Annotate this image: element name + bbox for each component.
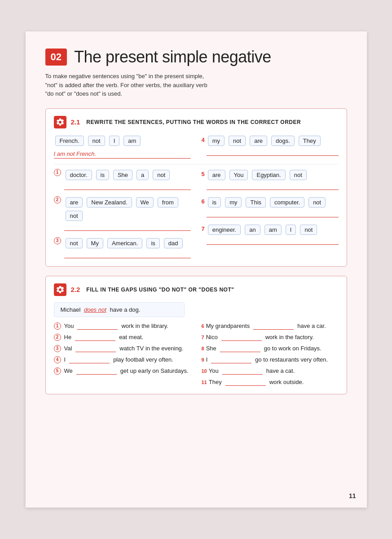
example-filled: does not bbox=[84, 306, 106, 313]
item-3-num: 3 bbox=[54, 237, 61, 244]
item-5-tiles: are You Egyptian. not bbox=[207, 169, 339, 181]
intro-text: To make negative sentences using "be" in… bbox=[45, 72, 216, 98]
tile: my bbox=[208, 136, 225, 146]
s22-blank-6[interactable] bbox=[253, 323, 294, 330]
tile: not bbox=[229, 136, 246, 146]
tile: dad bbox=[164, 238, 183, 248]
s22-item-9: 9 I go to restaurants very often. bbox=[202, 356, 339, 363]
tile: My bbox=[87, 238, 103, 248]
example-suffix: have a dog. bbox=[110, 306, 140, 313]
tile: She bbox=[113, 170, 132, 180]
s22-blank-4[interactable] bbox=[69, 356, 110, 363]
s21-item-1: 1 doctor. is She a not bbox=[54, 169, 191, 190]
gear-icon-21 bbox=[54, 116, 66, 128]
exercise-21-num: 2.1 bbox=[71, 118, 80, 126]
s22-item-5: 5 We get up early on Saturdays. bbox=[54, 367, 191, 375]
example-left-tiles: French. not I am bbox=[54, 135, 191, 147]
tile: American. bbox=[107, 238, 143, 248]
tile: am bbox=[123, 136, 141, 146]
example-right-tiles: my not are dogs. They bbox=[207, 135, 339, 147]
page-number: 11 bbox=[349, 492, 356, 499]
tile: are bbox=[250, 136, 267, 146]
tile: They bbox=[299, 136, 321, 146]
exercise-22-num: 2.2 bbox=[71, 286, 80, 293]
tile: This bbox=[246, 197, 266, 208]
s22-blank-10[interactable] bbox=[222, 367, 263, 375]
tile: am bbox=[264, 225, 282, 235]
s22-blank-11[interactable] bbox=[225, 379, 266, 386]
item-5-answer bbox=[207, 182, 339, 190]
s22-items-grid: 1 You work in the library. 2 He eat meat… bbox=[54, 323, 339, 386]
tile: from bbox=[158, 197, 178, 208]
s21-item-3: 3 not My American. is dad bbox=[54, 237, 191, 258]
s22-blank-8[interactable] bbox=[220, 345, 260, 352]
item-1-num: 1 bbox=[54, 169, 61, 176]
tile: not bbox=[308, 197, 326, 208]
tile: I bbox=[286, 225, 296, 235]
exercise-22-instruction: FILL IN THE GAPS USING "DO NOT" OR "DOES… bbox=[86, 287, 234, 293]
tile: not bbox=[66, 211, 83, 221]
tile: a bbox=[137, 170, 149, 180]
exercise-22-box: 2.2 FILL IN THE GAPS USING "DO NOT" OR "… bbox=[45, 276, 347, 394]
s22-item-7: 7 Nico work in the factory. bbox=[202, 334, 339, 341]
s21-item-5: 5 are You Egyptian. not bbox=[202, 169, 339, 190]
tile: is bbox=[96, 170, 109, 180]
s22-item-4: 4 I play football very often. bbox=[54, 356, 191, 363]
tile: French. bbox=[55, 136, 84, 146]
tile: We bbox=[136, 197, 154, 208]
tile: an bbox=[245, 225, 260, 235]
s22-num-1: 1 bbox=[54, 323, 61, 330]
tile: You bbox=[229, 170, 248, 180]
item-1-tiles: doctor. is She a not bbox=[64, 169, 191, 181]
example-right: 4 my not are dogs. They bbox=[202, 135, 339, 159]
page: 02 The present simple negative To make n… bbox=[26, 31, 367, 508]
s22-num-9: 9 bbox=[202, 357, 204, 362]
s22-num-10: 10 bbox=[202, 368, 207, 374]
s22-blank-9[interactable] bbox=[211, 356, 251, 363]
s22-num-4: 4 bbox=[54, 356, 61, 363]
tile: engineer. bbox=[208, 225, 241, 235]
s22-num-5: 5 bbox=[54, 367, 61, 375]
s22-num-2: 2 bbox=[54, 334, 61, 341]
s22-item-2: 2 He eat meat. bbox=[54, 334, 191, 341]
s22-item-3: 3 Val watch TV in the evening. bbox=[54, 345, 191, 352]
tile: I bbox=[109, 136, 120, 146]
unit-title: The present simple negative bbox=[74, 48, 271, 66]
tile: not bbox=[66, 238, 83, 248]
item-1-answer bbox=[64, 182, 191, 190]
s22-num-8: 8 bbox=[202, 346, 204, 351]
tile: dogs. bbox=[271, 136, 295, 146]
s22-item-11: 11 They work outside. bbox=[202, 379, 339, 386]
s22-item-1: 1 You work in the library. bbox=[54, 323, 191, 330]
s22-num-6: 6 bbox=[202, 323, 204, 329]
s22-num-3: 3 bbox=[54, 345, 61, 352]
example-left-answer: I am not French. bbox=[54, 150, 191, 159]
tile: not bbox=[300, 225, 317, 235]
exercise-21-box: 2.1 REWRITE THE SENTENCES, PUTTING THE W… bbox=[45, 108, 347, 267]
gear-icon-22 bbox=[54, 283, 66, 296]
item-6-answer bbox=[207, 209, 339, 217]
item-2-answer bbox=[64, 223, 191, 231]
s21-item-2: 2 are New Zealand. We from not bbox=[54, 196, 191, 231]
exercise-21-header: 2.1 REWRITE THE SENTENCES, PUTTING THE W… bbox=[54, 116, 339, 128]
item-7-answer bbox=[207, 237, 339, 245]
tile: doctor. bbox=[66, 170, 92, 180]
s22-num-7: 7 bbox=[202, 335, 204, 340]
s22-item-6: 6 My grandparents have a car. bbox=[202, 323, 339, 330]
item-2-num: 2 bbox=[54, 196, 61, 203]
s21-items-grid: 1 doctor. is She a not bbox=[54, 169, 339, 258]
tile: are bbox=[208, 170, 225, 180]
s22-blank-3[interactable] bbox=[75, 345, 116, 352]
s22-blank-2[interactable] bbox=[75, 334, 115, 341]
item-3-tiles: not My American. is dad bbox=[64, 237, 191, 249]
s22-blank-5[interactable] bbox=[76, 367, 117, 375]
tile: computer. bbox=[270, 197, 304, 208]
item-7-tiles: engineer. an am I not bbox=[207, 224, 339, 236]
s22-blank-7[interactable] bbox=[221, 334, 262, 341]
s22-blank-1[interactable] bbox=[77, 323, 118, 330]
s22-example: Michael does not have a dog. bbox=[54, 302, 185, 317]
page-header: 02 The present simple negative bbox=[45, 48, 347, 66]
item-3-answer bbox=[64, 250, 191, 258]
tile: is bbox=[208, 197, 221, 208]
item-6-tiles: is my This computer. not bbox=[207, 196, 339, 208]
